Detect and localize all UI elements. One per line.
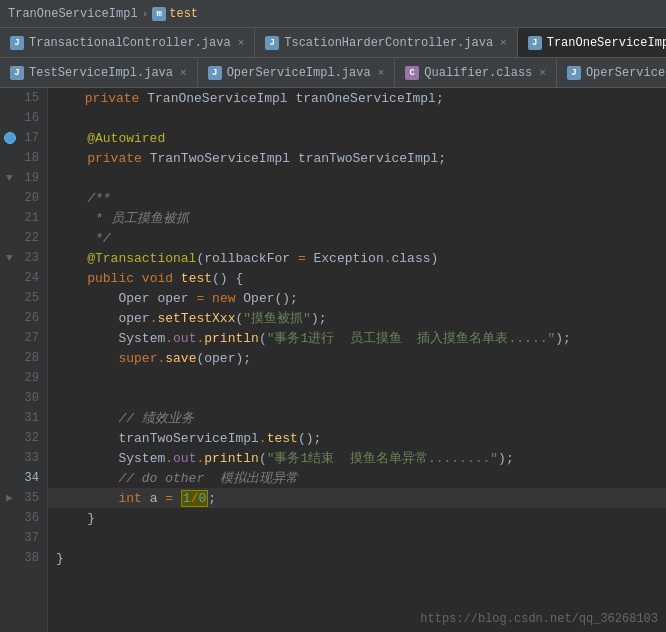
- tab-close-icon[interactable]: ×: [500, 37, 507, 49]
- line-number: 31: [0, 408, 39, 428]
- tab-close-icon[interactable]: ×: [539, 67, 546, 79]
- line-number: ▶ 35: [0, 488, 39, 508]
- code-line-30: [48, 388, 666, 408]
- code-line-33: System.out.println("事务1结束 摸鱼名单异常........…: [48, 448, 666, 468]
- code-line-25: Oper oper = new Oper();: [48, 288, 666, 308]
- truncated-line: [56, 91, 85, 105]
- line-number: 21: [0, 208, 39, 228]
- tab-close-icon[interactable]: ×: [378, 67, 385, 79]
- tab-icon-java: J: [567, 66, 581, 80]
- tab-test-service[interactable]: J TestServiceImpl.java ×: [0, 58, 198, 87]
- line-number: 34: [0, 468, 39, 488]
- line-number: 26: [0, 308, 39, 328]
- watermark: https://blog.csdn.net/qq_36268103: [420, 612, 658, 626]
- breakpoint-icon[interactable]: [4, 132, 16, 144]
- title-bar: TranOneServiceImpl › m test: [0, 0, 666, 28]
- code-line-23: @Transactional(rollbackFor = Exception.c…: [48, 248, 666, 268]
- code-line-35: int a = 1/0;: [48, 488, 666, 508]
- code-line-39: [48, 568, 666, 588]
- tab-tscation-controller[interactable]: J TscationHarderController.java ×: [255, 28, 517, 57]
- code-line-27: System.out.println("事务1进行 员工摸鱼 插入摸鱼名单表..…: [48, 328, 666, 348]
- code-line-24: public void test() {: [48, 268, 666, 288]
- code-line-34: // do other 模拟出现异常: [48, 468, 666, 488]
- line-number: 24: [0, 268, 39, 288]
- line-number-gutter: 15 16 17 18 ▼ 19 20 21 22 ▼ 23 24 25 26: [0, 88, 48, 632]
- breadcrumb-method: m test: [152, 7, 198, 21]
- method-name: test: [169, 7, 198, 21]
- line-number: 36: [0, 508, 39, 528]
- tab-close-icon[interactable]: ×: [238, 37, 245, 49]
- line-number: 25: [0, 288, 39, 308]
- line-number: 30: [0, 388, 39, 408]
- tab-icon-class: C: [405, 66, 419, 80]
- tab-label: Qualifier.class: [424, 66, 532, 80]
- line-number: 33: [0, 448, 39, 468]
- tab-icon-java: J: [265, 36, 279, 50]
- tab-bar-row2: J TestServiceImpl.java × J OperServiceIm…: [0, 58, 666, 88]
- method-icon: m: [152, 7, 166, 21]
- code-line-26: oper.setTestXxx("摸鱼被抓");: [48, 308, 666, 328]
- code-line-36: }: [48, 508, 666, 528]
- code-line-21: * 员工摸鱼被抓: [48, 208, 666, 228]
- breadcrumb: TranOneServiceImpl › m test: [8, 7, 198, 21]
- tab-icon-java: J: [528, 36, 542, 50]
- code-line-38: }: [48, 548, 666, 568]
- tab-icon-java: J: [10, 36, 24, 50]
- tab-label: OperServiceImpl.java: [227, 66, 371, 80]
- tab-icon-java: J: [10, 66, 24, 80]
- tab-oper-service-impl[interactable]: J OperServiceImpl.java ×: [198, 58, 396, 87]
- fold-icon[interactable]: ▼: [6, 248, 13, 268]
- line-number: 17: [0, 128, 39, 148]
- tab-label: TranOneServiceImpl.java: [547, 36, 666, 50]
- line-number: 27: [0, 328, 39, 348]
- line-number: 16: [0, 108, 39, 128]
- code-line-18: private TranTwoServiceImpl tranTwoServic…: [48, 148, 666, 168]
- code-line-22: */: [48, 228, 666, 248]
- highlight-expression: 1/0: [181, 490, 208, 507]
- code-line-29: [48, 368, 666, 388]
- fold-icon[interactable]: ▶: [6, 488, 13, 508]
- line-number: 32: [0, 428, 39, 448]
- tab-bar-row1: J TransactionalController.java × J Tscat…: [0, 28, 666, 58]
- tab-oper-service[interactable]: J OperService.java ×: [557, 58, 666, 87]
- code-line-32: tranTwoServiceImpl.test();: [48, 428, 666, 448]
- fold-icon[interactable]: ▼: [6, 168, 13, 188]
- code-line-16: [48, 108, 666, 128]
- tab-icon-java: J: [208, 66, 222, 80]
- code-line-17: @Autowired: [48, 128, 666, 148]
- line-number: 18: [0, 148, 39, 168]
- tab-label: TransactionalController.java: [29, 36, 231, 50]
- tab-tran-one-service[interactable]: J TranOneServiceImpl.java ×: [518, 28, 666, 57]
- code-line-15: private TranOneServiceImpl tranOneServic…: [48, 88, 666, 108]
- line-number: 29: [0, 368, 39, 388]
- code-line-37: [48, 528, 666, 548]
- tab-label: OperService.java: [586, 66, 666, 80]
- line-number: 15: [0, 88, 39, 108]
- breadcrumb-class: TranOneServiceImpl: [8, 7, 138, 21]
- tab-label: TestServiceImpl.java: [29, 66, 173, 80]
- tab-close-icon[interactable]: ×: [180, 67, 187, 79]
- code-line-20: /**: [48, 188, 666, 208]
- tab-label: TscationHarderController.java: [284, 36, 493, 50]
- editor-area: 15 16 17 18 ▼ 19 20 21 22 ▼ 23 24 25 26: [0, 88, 666, 632]
- code-content[interactable]: private TranOneServiceImpl tranOneServic…: [48, 88, 666, 632]
- line-number: 28: [0, 348, 39, 368]
- line-number: ▼ 19: [0, 168, 39, 188]
- tab-transactional-controller[interactable]: J TransactionalController.java ×: [0, 28, 255, 57]
- line-number: 20: [0, 188, 39, 208]
- code-line-31: // 绩效业务: [48, 408, 666, 428]
- tab-qualifier-class[interactable]: C Qualifier.class ×: [395, 58, 557, 87]
- code-line-19: [48, 168, 666, 188]
- line-number: 38: [0, 548, 39, 568]
- line-number: 22: [0, 228, 39, 248]
- line-number: 37: [0, 528, 39, 548]
- line-number: ▼ 23: [0, 248, 39, 268]
- breadcrumb-separator: ›: [142, 8, 149, 20]
- code-line-28: super.save(oper);: [48, 348, 666, 368]
